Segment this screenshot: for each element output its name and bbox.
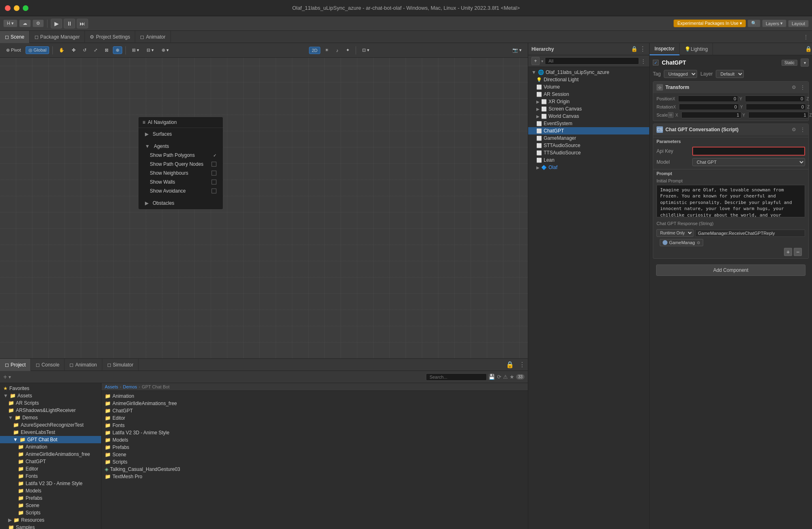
scale-x-field[interactable] — [681, 112, 741, 118]
h-dropdown[interactable]: H ▾ — [3, 20, 17, 27]
tab-animation[interactable]: ◻ Animation — [65, 359, 102, 371]
lighting-tab[interactable]: 💡 Lighting — [680, 43, 713, 55]
latifa-sub-folder[interactable]: 📁 Latifa V2 3D - Anime Style — [0, 480, 101, 487]
audio-button[interactable]: ♪ — [333, 47, 341, 54]
show-neighbours-item[interactable]: Show Neighbours — [138, 169, 223, 178]
scripts-file[interactable]: 📁 Scripts — [102, 458, 528, 466]
snap-increment[interactable]: ⊟ ▾ — [144, 46, 157, 54]
demos-folder[interactable]: ▼ 📁 Demos — [0, 414, 101, 421]
h-item-event-system[interactable]: ⬜ EventSystem — [528, 120, 649, 127]
scene-file[interactable]: 📁 Scene — [102, 451, 528, 458]
toggle-down-button[interactable]: ▾ — [9, 374, 11, 380]
step-button[interactable]: ⏭ — [77, 19, 88, 28]
tab-project-settings[interactable]: ⚙ Project Settings — [85, 31, 135, 43]
h-item-dir-light[interactable]: 💡 Directional Light — [528, 76, 649, 83]
tab-scene[interactable]: ◻ Scene — [0, 31, 30, 43]
event-add-button[interactable]: + — [784, 248, 792, 256]
gizmos-button[interactable]: ⊡ ▾ — [359, 46, 372, 54]
show-path-query-nodes-item[interactable]: Show Path Query Nodes — [138, 160, 223, 169]
models-sub-folder[interactable]: 📁 Models — [0, 487, 101, 494]
show-walls-item[interactable]: Show Walls — [138, 178, 223, 186]
warn-project-button[interactable]: ⚠ — [503, 374, 508, 380]
animation-sub-folder[interactable]: 📁 Animation — [0, 443, 101, 451]
resources-folder[interactable]: 📁 Samples — [0, 524, 101, 529]
animation-file[interactable]: 📁 Animation — [102, 392, 528, 400]
prefabs-sub-folder[interactable]: 📁 Prefabs — [0, 494, 101, 502]
rect-tool[interactable]: ⊠ — [102, 46, 111, 54]
breadcrumb-demos[interactable]: Demos — [123, 384, 137, 389]
models-file[interactable]: 📁 Models — [102, 436, 528, 444]
search2-btn[interactable]: ⊕ ▾ — [159, 46, 172, 54]
global-button[interactable]: ◎ Global — [26, 46, 50, 54]
star-project-button[interactable]: ★ — [510, 374, 514, 380]
inspector-tab[interactable]: Inspector — [650, 43, 680, 55]
transform-tool[interactable]: ⊕ — [113, 46, 122, 54]
script-settings-icon[interactable]: ⚙ — [792, 127, 796, 132]
refresh-project-button[interactable]: ⟳ — [497, 374, 501, 380]
add-folder-button[interactable]: + — [3, 373, 7, 381]
azure-folder[interactable]: 📁 AzureSpeechRecognizerTest — [0, 421, 101, 429]
h-item-tts-audio[interactable]: ⬜ TTSAudioSource — [528, 149, 649, 156]
h-item-chatgpt[interactable]: ⬜ ChatGPT — [528, 127, 649, 134]
add-hierarchy-button[interactable]: + — [531, 57, 540, 65]
h-item-ar-session[interactable]: ⬜ AR Session — [528, 91, 649, 98]
pivot-button[interactable]: ⊕ Pivot — [3, 46, 24, 54]
event-remove-button[interactable]: − — [794, 248, 802, 256]
favorites-folder[interactable]: ★ Favorites — [0, 385, 101, 392]
camera-button[interactable]: 📷 ▾ — [510, 46, 525, 54]
2d-button[interactable]: 2D — [309, 47, 320, 54]
api-key-input[interactable] — [692, 147, 805, 156]
minimize-button[interactable] — [14, 5, 19, 11]
hand-tool[interactable]: ✋ — [56, 46, 67, 54]
initial-prompt-textarea[interactable] — [657, 185, 805, 217]
textmesh-file[interactable]: 📁 TextMesh Pro — [102, 473, 528, 480]
experimental-packages-button[interactable]: Experimental Packages In Use ▾ — [674, 20, 745, 27]
anime-girl-file[interactable]: 📁 AnimeGirlIdleAnimations_free — [102, 400, 528, 407]
rotate-tool[interactable]: ↺ — [80, 46, 89, 54]
lock-hierarchy-button[interactable]: 🔒 — [631, 46, 638, 52]
tab-project[interactable]: ◻ Project — [0, 359, 31, 371]
h-item-xr-origin[interactable]: ▶ ⬜ XR Origin — [528, 98, 649, 105]
breadcrumb-assets[interactable]: Assets — [105, 384, 118, 389]
game-obj-ref[interactable]: GameManag ⚙ — [660, 239, 703, 246]
gpt-chat-bot-folder[interactable]: ▼ 📁 GPT Chat Bot — [0, 436, 101, 443]
scale-link-icon[interactable]: ⛓ — [668, 112, 674, 118]
lock-project-button[interactable]: 🔒 — [503, 361, 516, 369]
position-y-field[interactable] — [745, 95, 805, 102]
eleven-labs-folder[interactable]: 📁 ElevenLabsTest — [0, 429, 101, 436]
h-item-world-canvas[interactable]: ▶ ⬜ World Canvas — [528, 113, 649, 120]
chatgpt-sub-folder[interactable]: 📁 ChatGPT — [0, 458, 101, 465]
fonts-file[interactable]: 📁 Fonts — [102, 422, 528, 429]
plugins-folder[interactable]: ▶ 📁 Resources — [0, 516, 101, 524]
pause-button[interactable]: ⏸ — [64, 19, 75, 28]
scripts-sub-folder[interactable]: 📁 Scripts — [0, 509, 101, 516]
ar-scripts-folder[interactable]: 📁 AR Scripts — [0, 399, 101, 407]
prefabs-file[interactable]: 📁 Prefabs — [102, 444, 528, 451]
scene-sub-folder[interactable]: 📁 Scene — [0, 502, 101, 509]
arshadows-folder[interactable]: 📁 ARShadows&LightReceiver — [0, 407, 101, 414]
more-options-button[interactable]: ⋮ — [800, 34, 812, 40]
obstacles-item[interactable]: ▶ Obstacles — [138, 199, 223, 208]
editor-file[interactable]: 📁 Editor — [102, 414, 528, 422]
h-item-screen-canvas[interactable]: ▶ ⬜ Screen Canvas — [528, 105, 649, 113]
save-project-button[interactable]: 💾 — [488, 374, 495, 380]
h-item-game-manager[interactable]: ⬜ GameManager — [528, 134, 649, 142]
snap-dropdown[interactable]: ⊞ ▾ — [129, 46, 142, 54]
layers-button[interactable]: Layers ▾ — [762, 20, 786, 27]
position-x-field[interactable] — [678, 95, 738, 102]
tab-animator[interactable]: ◻ Animator — [135, 31, 171, 43]
talking-casual-file[interactable]: ◈ Talking_Casual_HandGesture03 — [102, 466, 528, 473]
latifa-file[interactable]: 📁 Latifa V2 3D - Anime Style — [102, 429, 528, 436]
add-component-button[interactable]: Add Component — [656, 264, 806, 276]
script-more-icon[interactable]: ⋮ — [800, 127, 805, 132]
tab-package-manager[interactable]: ◻ Package Manager — [30, 31, 85, 43]
tag-select[interactable]: Untagged — [664, 70, 697, 78]
hierarchy-down-button[interactable]: ▾ — [541, 59, 543, 63]
fonts-sub-folder[interactable]: 📁 Fonts — [0, 473, 101, 480]
h-item-volume[interactable]: ⬜ Volume — [528, 83, 649, 91]
fx-button[interactable]: ✦ — [343, 46, 352, 54]
static-dropdown-button[interactable]: ▾ — [801, 59, 809, 67]
runtime-select[interactable]: Runtime Only — [657, 229, 693, 237]
transform-settings-icon[interactable]: ⚙ — [792, 85, 796, 90]
show-avoidance-item[interactable]: Show Avoidance — [138, 186, 223, 195]
